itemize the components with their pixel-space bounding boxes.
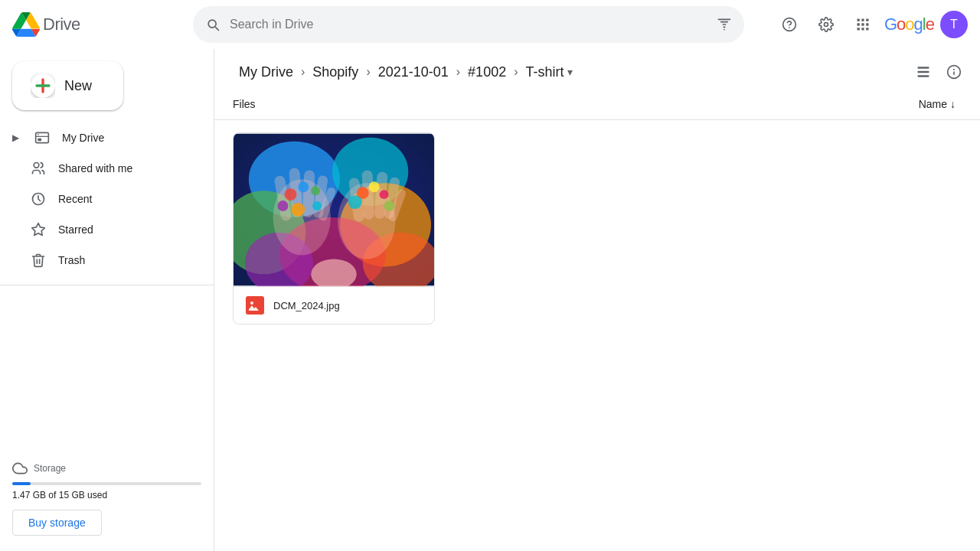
- svg-point-49: [311, 186, 320, 195]
- file-name: DCM_2024.jpg: [273, 300, 340, 311]
- storage-bar-fill: [12, 482, 31, 485]
- new-label: New: [64, 78, 92, 94]
- image-file-icon: [246, 296, 264, 315]
- logo-area[interactable]: Drive: [12, 11, 181, 38]
- cloud-icon: [12, 461, 28, 476]
- breadcrumb-sep-2: ›: [366, 65, 370, 79]
- sort-label: Name: [919, 98, 947, 110]
- apps-grid-icon: [855, 17, 871, 32]
- help-button[interactable]: [774, 9, 805, 40]
- svg-rect-7: [861, 23, 864, 25]
- svg-rect-10: [861, 28, 864, 30]
- svg-marker-19: [32, 223, 45, 236]
- trash-icon: [31, 253, 46, 268]
- file-card[interactable]: DCM_2024.jpg: [233, 132, 435, 324]
- sort-area: Name ↓: [913, 95, 962, 113]
- settings-button[interactable]: [811, 9, 841, 40]
- svg-point-55: [380, 190, 389, 199]
- file-preview-image: [234, 133, 434, 286]
- svg-point-56: [348, 195, 362, 209]
- chevron-down-icon: ▾: [567, 66, 573, 78]
- list-view-button[interactable]: [910, 58, 937, 86]
- svg-rect-11: [866, 28, 868, 30]
- svg-rect-9: [857, 28, 859, 30]
- sidebar-label-starred: Starred: [58, 223, 93, 236]
- svg-rect-58: [246, 296, 264, 315]
- files-label: Files: [233, 98, 256, 110]
- google-logo-text: Google: [884, 15, 934, 34]
- my-drive-icon: [34, 130, 50, 145]
- new-button[interactable]: New: [12, 61, 123, 110]
- sidebar-label-my-drive: My Drive: [62, 132, 104, 144]
- sidebar-item-recent[interactable]: Recent: [0, 184, 201, 214]
- info-icon: [946, 64, 962, 80]
- breadcrumb-number[interactable]: #1002: [462, 61, 512, 83]
- sidebar: New ▶ My Drive: [0, 49, 214, 551]
- sidebar-item-my-drive[interactable]: ▶ My Drive: [0, 122, 201, 153]
- sidebar-label-shared-with-me: Shared with me: [58, 162, 132, 174]
- storage-used-text: 1.47 GB of 15 GB used: [12, 490, 201, 500]
- list-view-icon: [916, 64, 931, 80]
- svg-rect-15: [36, 132, 49, 142]
- sidebar-divider: [0, 285, 214, 285]
- sidebar-item-shared-with-me[interactable]: Shared with me: [0, 153, 201, 184]
- clock-icon: [31, 191, 46, 207]
- search-bar: [193, 6, 744, 43]
- svg-rect-21: [918, 71, 929, 73]
- svg-point-50: [291, 203, 305, 217]
- star-icon: [31, 222, 46, 237]
- breadcrumb-sep-4: ›: [514, 65, 518, 79]
- buy-storage-button[interactable]: Buy storage: [12, 510, 102, 536]
- svg-rect-22: [918, 75, 929, 77]
- file-info: DCM_2024.jpg: [234, 286, 434, 324]
- svg-point-48: [298, 181, 309, 192]
- svg-rect-5: [866, 18, 868, 21]
- avatar[interactable]: T: [940, 11, 968, 38]
- app-title: Drive: [43, 15, 80, 34]
- sidebar-label-recent: Recent: [58, 193, 92, 205]
- breadcrumb-my-drive[interactable]: My Drive: [233, 61, 299, 83]
- breadcrumb-shopify[interactable]: Shopify: [306, 61, 364, 83]
- sidebar-item-trash[interactable]: Trash: [0, 245, 201, 276]
- svg-rect-6: [857, 23, 859, 25]
- svg-rect-4: [861, 18, 864, 21]
- file-thumbnail: [234, 133, 434, 286]
- svg-point-1: [789, 27, 790, 28]
- svg-point-17: [34, 163, 39, 168]
- svg-rect-8: [866, 23, 868, 25]
- sidebar-item-starred[interactable]: Starred: [0, 214, 201, 245]
- sort-direction-icon: ↓: [950, 98, 956, 110]
- svg-point-47: [284, 188, 296, 201]
- info-button[interactable]: [940, 58, 968, 86]
- plus-icon: [31, 73, 55, 98]
- sort-button[interactable]: Name ↓: [913, 95, 962, 113]
- sidebar-label-trash: Trash: [58, 254, 85, 266]
- help-icon: [782, 17, 797, 32]
- breadcrumb-date[interactable]: 2021-10-01: [372, 61, 455, 83]
- people-icon: [31, 161, 46, 176]
- svg-rect-3: [857, 18, 859, 21]
- breadcrumb-sep-3: ›: [456, 65, 460, 79]
- header: Drive: [0, 0, 980, 49]
- toolbar: Files Name ↓: [214, 89, 980, 120]
- content-area: My Drive › Shopify › 2021-10-01 › #1002 …: [214, 49, 980, 551]
- expand-icon: ▶: [12, 132, 19, 143]
- breadcrumb-sep-1: ›: [301, 65, 305, 79]
- search-input[interactable]: [230, 18, 707, 31]
- storage-bar-background: [12, 482, 201, 485]
- svg-rect-16: [38, 139, 41, 141]
- search-filter-icon[interactable]: [717, 17, 732, 32]
- storage-section: Storage 1.47 GB of 15 GB used Buy storag…: [0, 452, 214, 545]
- svg-point-51: [278, 201, 289, 211]
- svg-point-54: [369, 181, 380, 192]
- search-icon: [205, 17, 220, 32]
- breadcrumb-current[interactable]: T-shirt ▾: [520, 61, 579, 83]
- svg-point-52: [312, 201, 322, 210]
- svg-point-57: [384, 201, 395, 211]
- svg-rect-20: [918, 67, 929, 69]
- apps-button[interactable]: [848, 9, 878, 40]
- storage-label: Storage: [12, 461, 201, 476]
- view-controls: [910, 58, 968, 86]
- drive-logo-icon: [12, 11, 40, 38]
- main-layout: New ▶ My Drive: [0, 49, 980, 551]
